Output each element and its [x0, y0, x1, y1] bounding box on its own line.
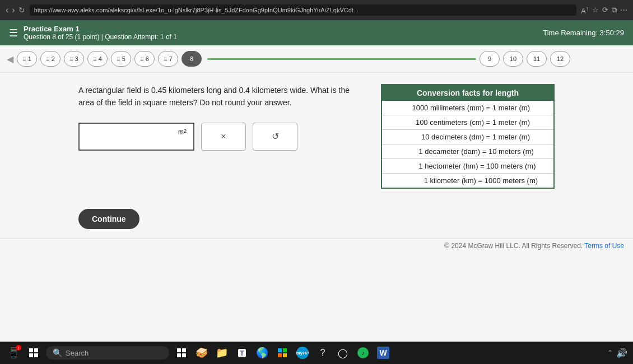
svg-rect-0 — [177, 348, 181, 352]
food-icon: 🥪 — [196, 347, 208, 359]
conversion-row-5: 1 hectometer (hm) = 100 meters (m) — [382, 159, 553, 174]
conv-left-6: 1 kilometer (km) — [398, 176, 476, 185]
unit-text: m — [178, 128, 184, 136]
continue-section: Continue — [0, 200, 633, 238]
terms-of-use-link[interactable]: Terms of Use — [584, 242, 624, 250]
undo-button[interactable]: ↺ — [253, 123, 297, 151]
answer-area: m2 × ↺ — [78, 123, 364, 151]
browser-nav-controls[interactable]: ‹ › ↻ — [6, 5, 25, 15]
spotify-icon: ♪ — [357, 347, 369, 358]
conv-left-2: 100 centimeters (cm) — [406, 118, 484, 127]
conv-eq-4: = 10 meters (m) — [480, 147, 534, 156]
svg-rect-5 — [283, 348, 287, 352]
question-nav-1[interactable]: ≡ 1 — [17, 51, 37, 67]
practice-exam-label: Practice Exam 1 — [24, 25, 177, 33]
edge-browser-button[interactable]: 🌎 — [254, 345, 270, 361]
taskview-icon — [176, 348, 187, 358]
spotify-button[interactable]: ♪ — [355, 345, 371, 361]
question-nav-8[interactable]: 8 — [181, 51, 202, 67]
notification-badge: 1 — [16, 345, 21, 351]
question-nav-10[interactable]: 10 — [503, 51, 523, 67]
question-nav-9[interactable]: 9 — [480, 51, 500, 67]
forward-btn[interactable]: › — [12, 5, 15, 15]
taskbar-search-bar[interactable]: 🔍 Search — [46, 346, 169, 360]
conversion-row-2: 100 centimeters (cm) = 1 meter (m) — [382, 115, 553, 130]
question-nav-11[interactable]: 11 — [527, 51, 547, 67]
question-nav-7[interactable]: ≡ 7 — [158, 51, 178, 67]
profile-icon: ◯ — [338, 348, 348, 358]
url-bar[interactable]: https://www-awy.aleks.com/alekscgi/x/lsl… — [30, 4, 576, 16]
nav-left-arrow[interactable]: ◀ — [7, 54, 13, 64]
main-content: ☰ Practice Exam 1 Question 8 of 25 (1 po… — [0, 20, 633, 342]
taskbar: 📱 1 🔍 Search 🥪 📁 T 🌎 — [0, 342, 633, 364]
question-nav-3[interactable]: ≡ 3 — [64, 51, 84, 67]
header-title: Practice Exam 1 Question 8 of 25 (1 poin… — [24, 25, 177, 41]
tab-icon[interactable]: ⧉ — [612, 6, 617, 15]
svg-rect-4 — [278, 348, 282, 352]
refresh-btn[interactable]: ↻ — [18, 6, 25, 15]
windows-start-button[interactable] — [26, 345, 41, 361]
conv-left-4: 1 decameter (dam) — [402, 147, 480, 156]
svg-rect-3 — [182, 353, 186, 357]
page-footer: © 2024 McGraw Hill LLC. All Rights Reser… — [0, 238, 633, 253]
star-icon[interactable]: ☆ — [592, 6, 599, 14]
teams-icon: T — [238, 349, 246, 357]
browser-action-controls[interactable]: A↑ ☆ ⟳ ⧉ ⋯ — [581, 5, 627, 15]
system-tray-arrow[interactable]: ⌃ — [607, 349, 613, 357]
question-navigation: ◀ ≡ 1 ≡ 2 ≡ 3 ≡ 4 ≡ 5 ≡ 6 ≡ 7 8 9 10 11 … — [0, 45, 633, 73]
time-remaining: Time Remaining: 3:50:29 — [543, 29, 624, 37]
clear-button[interactable]: × — [201, 123, 246, 151]
question-left-panel: A rectangular field is 0.45 kilometers l… — [78, 84, 364, 189]
notification-icon[interactable]: 📱 1 — [6, 345, 21, 361]
question-nav-4[interactable]: ≡ 4 — [87, 51, 108, 67]
conv-eq-3: = 1 meter (m) — [484, 133, 530, 141]
question-text: A rectangular field is 0.45 kilometers l… — [78, 84, 364, 109]
progress-line — [207, 58, 476, 60]
conversion-row-6: 1 kilometer (km) = 1000 meters (m) — [382, 174, 553, 188]
teams-button[interactable]: T — [234, 345, 250, 361]
copyright-text: © 2024 McGraw Hill LLC. All Rights Reser… — [444, 242, 583, 250]
hamburger-menu[interactable]: ☰ — [9, 27, 18, 39]
browser-chrome: ‹ › ↻ https://www-awy.aleks.com/alekscgi… — [0, 0, 633, 20]
conv-eq-6: = 1000 meters (m) — [476, 176, 538, 185]
read-mode-icon: A↑ — [581, 5, 589, 15]
menu-icon[interactable]: ⋯ — [620, 6, 627, 14]
folder-icon: 📁 — [216, 347, 228, 359]
question-nav-5[interactable]: ≡ 5 — [111, 51, 131, 67]
food-app-icon[interactable]: 🥪 — [194, 345, 210, 361]
refresh-icon[interactable]: ⟳ — [602, 6, 608, 14]
conversion-row-3: 10 decimeters (dm) = 1 meter (m) — [382, 130, 553, 144]
help-button[interactable]: ? — [315, 345, 331, 361]
answer-input[interactable] — [86, 128, 176, 137]
windows-apps-button[interactable] — [274, 345, 290, 361]
search-bar-label: Search — [66, 349, 89, 357]
word-button[interactable]: W — [375, 345, 391, 361]
header-left: ☰ Practice Exam 1 Question 8 of 25 (1 po… — [9, 25, 177, 41]
hp-support-button[interactable]: myHP — [295, 345, 310, 361]
question-nav-6[interactable]: ≡ 6 — [134, 51, 155, 67]
svg-rect-1 — [182, 348, 186, 352]
profile-button[interactable]: ◯ — [335, 345, 351, 361]
conv-left-3: 10 decimeters (dm) — [406, 133, 484, 141]
conversion-row-1: 1000 millimeters (mm) = 1 meter (m) — [382, 101, 553, 115]
windows-logo-icon — [29, 348, 38, 357]
conv-eq-1: = 1 meter (m) — [484, 104, 530, 112]
answer-input-wrapper: m2 — [78, 123, 194, 151]
conversion-table-header: Conversion facts for length — [382, 85, 553, 101]
file-explorer-button[interactable]: 📁 — [214, 345, 230, 361]
svg-rect-2 — [177, 353, 181, 357]
help-icon: ? — [320, 348, 325, 358]
question-nav-12[interactable]: 12 — [550, 51, 570, 67]
conv-left-1: 1000 millimeters (mm) — [406, 104, 484, 112]
question-nav-2[interactable]: ≡ 2 — [40, 51, 60, 67]
speaker-icon[interactable]: 🔊 — [616, 348, 627, 358]
conversion-row-4: 1 decameter (dam) = 10 meters (m) — [382, 144, 553, 159]
aleks-header: ☰ Practice Exam 1 Question 8 of 25 (1 po… — [0, 20, 633, 45]
continue-button[interactable]: Continue — [78, 209, 139, 229]
unit-label: m2 — [178, 128, 187, 136]
taskview-button[interactable] — [174, 345, 189, 361]
back-btn[interactable]: ‹ — [6, 5, 8, 15]
taskbar-right: ⌃ 🔊 — [607, 348, 627, 358]
conv-left-5: 1 hectometer (hm) — [400, 162, 478, 170]
conversion-table: Conversion facts for length 1000 millime… — [381, 84, 555, 189]
